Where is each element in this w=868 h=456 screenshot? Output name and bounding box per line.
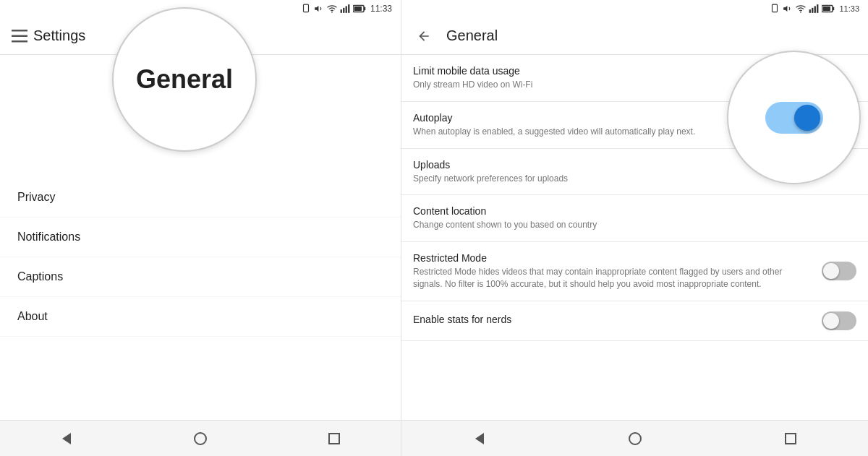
back-icon (417, 29, 431, 43)
svg-rect-0 (303, 4, 308, 12)
svg-rect-9 (354, 7, 362, 11)
general-magnify-text: General (136, 64, 233, 95)
left-time: 11:33 (370, 4, 392, 14)
stats-nerds-toggle-knob (823, 313, 839, 329)
svg-rect-10 (12, 30, 27, 32)
svg-rect-19 (817, 4, 819, 13)
right-home-nav-icon (629, 432, 642, 445)
restricted-mode-toggle-knob (823, 263, 839, 279)
right-recent-nav-icon (785, 433, 796, 444)
svg-rect-4 (343, 8, 344, 13)
left-header-title: Settings (33, 27, 85, 44)
right-battery-icon (822, 4, 835, 13)
stats-nerds-toggle[interactable] (822, 311, 856, 330)
svg-marker-1 (315, 6, 318, 12)
left-nav-bar (0, 420, 401, 456)
hamburger-icon[interactable] (12, 30, 27, 43)
svg-rect-22 (823, 7, 831, 11)
content-location-title: Content location (413, 205, 848, 217)
right-panel: 11:33 General Limit mobile data usage On… (401, 0, 868, 456)
general-magnify-circle: General (112, 7, 257, 152)
left-back-button[interactable] (54, 426, 80, 452)
wifi-icon (327, 4, 337, 14)
right-back-nav-icon (475, 433, 484, 444)
autoplay-magnify-knob (794, 105, 820, 131)
left-home-button[interactable] (187, 426, 213, 452)
right-back-button[interactable] (413, 25, 435, 47)
left-panel: 11:33 Settings General Privacy Notificat… (0, 0, 401, 456)
autoplay-magnify-toggle[interactable] (765, 102, 823, 134)
svg-marker-14 (784, 6, 788, 12)
right-status-icons (770, 4, 835, 14)
settings-item-about[interactable]: About (0, 297, 401, 337)
settings-item-privacy[interactable]: Privacy (0, 178, 401, 218)
volume-icon (314, 4, 324, 14)
svg-point-15 (801, 12, 802, 13)
signal-icon (340, 4, 350, 14)
autoplay-magnify-circle (727, 51, 861, 184)
left-recent-button[interactable] (321, 426, 347, 452)
svg-point-2 (331, 12, 333, 13)
restricted-mode-subtitle: Restricted Mode hides videos that may co… (413, 266, 813, 291)
right-volume-icon (783, 4, 793, 14)
setting-stats-nerds[interactable]: Enable stats for nerds (401, 301, 868, 341)
content-location-subtitle: Change content shown to you based on cou… (413, 219, 848, 231)
setting-restricted-mode[interactable]: Restricted Mode Restricted Mode hides vi… (401, 242, 868, 301)
right-header-title: General (446, 27, 498, 44)
right-home-nav-button[interactable] (622, 426, 648, 452)
right-wifi-icon (796, 4, 806, 14)
settings-item-notifications[interactable]: Notifications (0, 218, 401, 257)
left-status-icons (301, 4, 366, 14)
back-nav-icon (62, 433, 71, 444)
svg-rect-16 (809, 9, 811, 13)
right-signal-icon (809, 4, 819, 14)
right-time: 11:33 (839, 4, 859, 13)
svg-rect-13 (773, 4, 778, 12)
settings-item-captions[interactable]: Captions (0, 257, 401, 297)
right-phone-icon (770, 4, 780, 14)
right-recent-nav-button[interactable] (778, 426, 804, 452)
svg-rect-12 (12, 40, 27, 43)
svg-rect-5 (346, 7, 347, 13)
settings-list: Privacy Notifications Captions About (0, 178, 401, 337)
svg-rect-3 (341, 9, 342, 13)
restricted-mode-toggle[interactable] (822, 262, 856, 280)
restricted-mode-title: Restricted Mode (413, 252, 813, 264)
battery-icon (353, 4, 366, 13)
stats-nerds-title: Enable stats for nerds (413, 314, 813, 325)
svg-rect-21 (833, 7, 834, 11)
right-back-nav-button[interactable] (467, 426, 493, 452)
right-nav-bar (401, 420, 868, 456)
svg-rect-17 (812, 8, 814, 13)
svg-rect-11 (12, 35, 27, 37)
right-status-bar: 11:33 (401, 0, 868, 17)
svg-rect-8 (364, 7, 365, 11)
svg-rect-18 (814, 7, 816, 13)
recent-nav-icon (328, 433, 340, 444)
setting-content-location[interactable]: Content location Change content shown to… (401, 195, 868, 242)
phone-icon (301, 4, 311, 14)
right-header: General (401, 17, 868, 55)
home-nav-icon (194, 432, 207, 445)
svg-rect-6 (348, 4, 349, 13)
